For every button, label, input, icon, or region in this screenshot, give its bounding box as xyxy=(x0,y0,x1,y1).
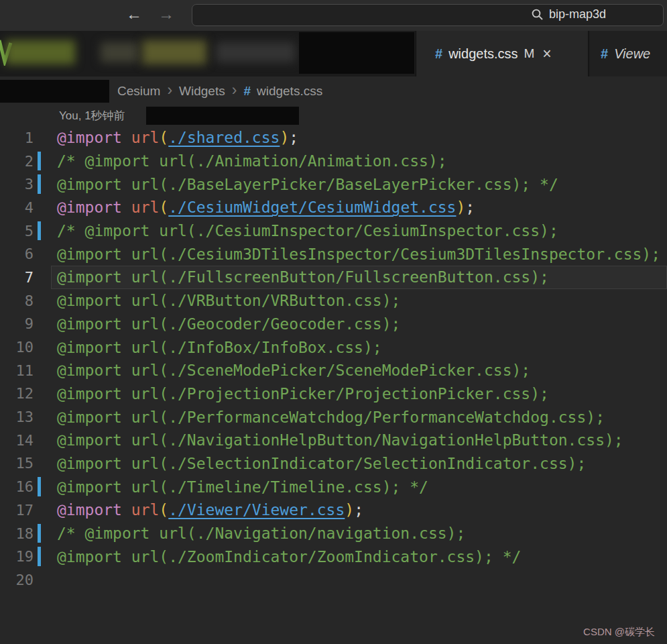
line-number: 5 xyxy=(0,223,34,239)
tab-label: widgets.css xyxy=(448,46,518,62)
git-modified-indicator xyxy=(38,221,41,241)
code-text: /* @import url(./Navigation/navigation.c… xyxy=(34,525,465,542)
git-modified-indicator xyxy=(38,152,41,171)
modified-indicator: M xyxy=(524,46,535,61)
code-line-11[interactable]: 11@import url(./SceneModePicker/SceneMod… xyxy=(0,359,667,382)
tab-viewer-css[interactable]: # Viewe xyxy=(590,31,667,76)
close-tab-icon[interactable]: × xyxy=(542,47,551,60)
code-line-18[interactable]: 18/* @import url(./Navigation/navigation… xyxy=(0,522,667,545)
redacted-area xyxy=(146,107,299,125)
code-token xyxy=(122,199,131,216)
git-modified-indicator xyxy=(38,524,41,543)
code-token: ) xyxy=(456,199,465,216)
code-text: @import url(./shared.css); xyxy=(34,129,298,146)
code-line-8[interactable]: 8@import url(./VRButton/VRButton.css); xyxy=(0,289,667,313)
code-line-19[interactable]: 19@import url(./ZoomIndicator/ZoomIndica… xyxy=(0,545,667,568)
code-line-13[interactable]: 13@import url(./PerformanceWatchdog/Perf… xyxy=(0,405,667,429)
code-line-20[interactable]: 20 xyxy=(0,568,667,592)
line-number: 20 xyxy=(0,572,34,588)
search-query-text: bip-map3d xyxy=(549,7,606,21)
breadcrumb-item-file[interactable]: widgets.css xyxy=(257,84,322,99)
code-token: @import url(./SceneModePicker/SceneModeP… xyxy=(57,362,530,379)
code-token: url xyxy=(131,199,160,216)
code-token: @import url(./FullscreenButton/Fullscree… xyxy=(57,268,549,286)
vscode-window: ← → bip-map3d # widgets.css M × xyxy=(0,0,667,644)
blame-text: You, 1秒钟前 xyxy=(59,108,125,123)
code-token: @import url(./BaseLayerPicker/BaseLayerP… xyxy=(57,176,558,193)
code-line-14[interactable]: 14@import url(./NavigationHelpButton/Nav… xyxy=(0,429,667,452)
code-line-12[interactable]: 12@import url(./ProjectionPicker/Project… xyxy=(0,382,667,406)
css-import-link[interactable]: ./Viewer/Viewer.css xyxy=(168,501,345,519)
code-text: @import url(./VRButton/VRButton.css); xyxy=(34,292,400,309)
back-button[interactable]: ← xyxy=(126,5,142,23)
code-line-9[interactable]: 9@import url(./Geocoder/Geocoder.css); xyxy=(0,313,667,336)
code-text: @import url(./FullscreenButton/Fullscree… xyxy=(34,268,549,286)
search-icon xyxy=(531,8,544,21)
code-line-2[interactable]: 2/* @import url(./Animation/Animation.cs… xyxy=(0,150,667,173)
code-token: ) xyxy=(345,501,354,519)
code-token: ; xyxy=(289,129,298,146)
redacted-area xyxy=(299,32,414,74)
breadcrumb-item-widgets[interactable]: Widgets xyxy=(179,84,225,99)
code-line-7[interactable]: 7@import url(./FullscreenButton/Fullscre… xyxy=(0,266,667,289)
line-number: 11 xyxy=(0,362,34,379)
code-line-1[interactable]: 1@import url(./shared.css); xyxy=(0,126,667,150)
git-modified-indicator xyxy=(38,174,41,194)
line-number: 1 xyxy=(0,129,34,146)
line-number: 10 xyxy=(0,339,34,356)
code-token: @import xyxy=(57,501,122,519)
code-text: @import url(./SceneModePicker/SceneModeP… xyxy=(34,362,530,379)
code-token: ( xyxy=(159,199,168,216)
code-text: @import url(./ProjectionPicker/Projectio… xyxy=(34,385,549,402)
line-number: 14 xyxy=(0,432,34,449)
code-text: @import url(./BaseLayerPicker/BaseLayerP… xyxy=(34,176,558,193)
code-text: @import url(./Cesium3DTilesInspector/Ces… xyxy=(34,246,660,263)
code-line-16[interactable]: 16@import url(./Timeline/Timeline.css); … xyxy=(0,475,667,498)
command-center-search[interactable]: bip-map3d xyxy=(192,4,664,26)
code-token: url xyxy=(131,501,160,519)
tab-label: Viewe xyxy=(614,46,650,62)
breadcrumb-item-cesium[interactable]: Cesium xyxy=(117,84,160,99)
watermark: CSDN @碳学长 xyxy=(583,626,655,639)
code-token: ; xyxy=(354,501,363,519)
git-modified-indicator xyxy=(38,477,41,496)
code-line-17[interactable]: 17@import url(./Viewer/Viewer.css); xyxy=(0,498,667,522)
line-number: 15 xyxy=(0,455,34,472)
breadcrumb: Cesium › Widgets › # widgets.css xyxy=(0,76,667,105)
redacted-blur xyxy=(142,40,206,64)
code-token: @import url(./ZoomIndicator/ZoomIndicato… xyxy=(57,548,521,566)
code-token: ( xyxy=(159,129,168,146)
code-line-15[interactable]: 15@import url(./SelectionIndicator/Selec… xyxy=(0,452,667,476)
code-line-10[interactable]: 10@import url(./InfoBox/InfoBox.css); xyxy=(0,335,667,359)
css-import-link[interactable]: ./shared.css xyxy=(168,129,280,146)
code-token: @import url(./PerformanceWatchdog/Perfor… xyxy=(57,409,605,426)
code-text: @import url(./Timeline/Timeline.css); */ xyxy=(34,478,428,496)
css-file-icon: # xyxy=(435,46,442,62)
code-token: @import url(./Cesium3DTilesInspector/Ces… xyxy=(57,246,660,263)
code-line-5[interactable]: 5/* @import url(./CesiumInspector/Cesium… xyxy=(0,219,667,243)
line-number: 3 xyxy=(0,176,34,193)
code-token: @import url(./Geocoder/Geocoder.css); xyxy=(57,315,400,333)
code-token: ) xyxy=(280,129,289,146)
blame-annotation: You, 1秒钟前 xyxy=(0,105,667,126)
redacted-blur xyxy=(216,42,295,62)
css-file-icon: # xyxy=(243,84,251,99)
code-token: ; xyxy=(465,199,475,216)
css-import-link[interactable]: ./CesiumWidget/CesiumWidget.css xyxy=(168,199,456,216)
code-token: @import xyxy=(57,129,122,146)
code-line-3[interactable]: 3@import url(./BaseLayerPicker/BaseLayer… xyxy=(0,172,667,196)
code-token: @import url(./InfoBox/InfoBox.css); xyxy=(57,339,382,356)
line-number: 18 xyxy=(0,525,34,542)
tab-widgets-css[interactable]: # widgets.css M × xyxy=(416,31,589,76)
line-number: 12 xyxy=(0,385,34,402)
forward-button[interactable]: → xyxy=(158,5,174,23)
code-line-6[interactable]: 6@import url(./Cesium3DTilesInspector/Ce… xyxy=(0,242,667,266)
code-token xyxy=(122,501,131,519)
line-number: 9 xyxy=(0,315,34,332)
code-line-4[interactable]: 4@import url(./CesiumWidget/CesiumWidget… xyxy=(0,196,667,219)
code-text: @import url(./InfoBox/InfoBox.css); xyxy=(34,339,382,356)
code-editor[interactable]: 1@import url(./shared.css);2/* @import u… xyxy=(0,126,667,644)
line-number: 19 xyxy=(0,548,34,565)
chevron-right-icon: › xyxy=(232,81,237,99)
git-modified-indicator xyxy=(38,547,41,566)
